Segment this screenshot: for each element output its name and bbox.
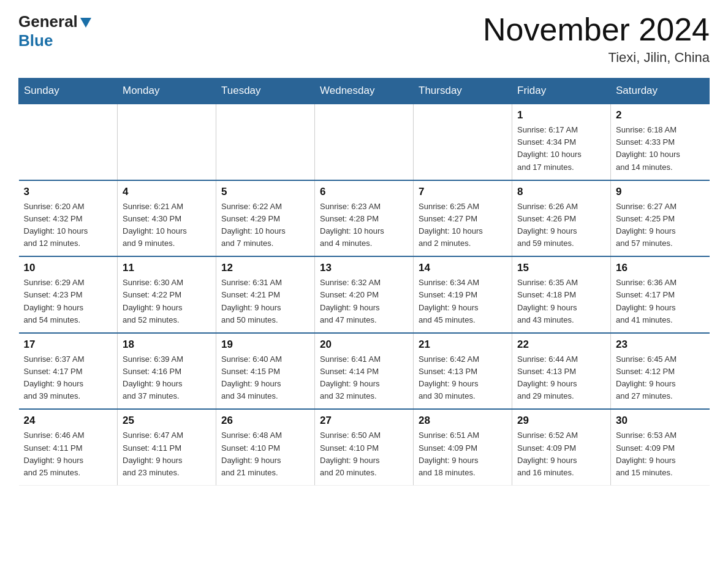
calendar-cell: 9Sunrise: 6:27 AM Sunset: 4:25 PM Daylig…: [611, 180, 710, 257]
day-info: Sunrise: 6:37 AM Sunset: 4:17 PM Dayligh…: [24, 353, 113, 403]
weekday-header-row: SundayMondayTuesdayWednesdayThursdayFrid…: [19, 79, 710, 104]
calendar-cell: 3Sunrise: 6:20 AM Sunset: 4:32 PM Daylig…: [19, 180, 118, 257]
calendar-cell: [118, 104, 216, 180]
day-number: 20: [320, 339, 408, 351]
calendar-cell: 27Sunrise: 6:50 AM Sunset: 4:10 PM Dayli…: [315, 409, 414, 485]
day-info: Sunrise: 6:21 AM Sunset: 4:30 PM Dayligh…: [123, 201, 211, 250]
calendar-cell: 29Sunrise: 6:52 AM Sunset: 4:09 PM Dayli…: [512, 409, 611, 485]
calendar-cell: 14Sunrise: 6:34 AM Sunset: 4:19 PM Dayli…: [414, 256, 512, 333]
day-info: Sunrise: 6:41 AM Sunset: 4:14 PM Dayligh…: [320, 353, 408, 403]
day-number: 27: [320, 415, 408, 427]
day-info: Sunrise: 6:22 AM Sunset: 4:29 PM Dayligh…: [221, 201, 309, 250]
day-number: 2: [616, 109, 705, 121]
day-number: 25: [123, 415, 211, 427]
day-number: 26: [221, 415, 309, 427]
day-number: 9: [616, 186, 705, 198]
day-info: Sunrise: 6:17 AM Sunset: 4:34 PM Dayligh…: [517, 124, 605, 174]
calendar-cell: 30Sunrise: 6:53 AM Sunset: 4:09 PM Dayli…: [611, 409, 710, 485]
location-title: Tiexi, Jilin, China: [483, 50, 710, 66]
calendar-cell: [216, 104, 315, 180]
day-number: 14: [419, 262, 507, 274]
svg-marker-0: [80, 18, 91, 28]
day-info: Sunrise: 6:36 AM Sunset: 4:17 PM Dayligh…: [616, 277, 705, 326]
calendar-cell: 26Sunrise: 6:48 AM Sunset: 4:10 PM Dayli…: [216, 409, 315, 485]
week-row-2: 3Sunrise: 6:20 AM Sunset: 4:32 PM Daylig…: [19, 180, 710, 257]
day-info: Sunrise: 6:31 AM Sunset: 4:21 PM Dayligh…: [221, 277, 309, 326]
day-number: 15: [517, 262, 605, 274]
day-number: 7: [419, 186, 507, 198]
week-row-5: 24Sunrise: 6:46 AM Sunset: 4:11 PM Dayli…: [19, 409, 710, 485]
calendar-cell: 17Sunrise: 6:37 AM Sunset: 4:17 PM Dayli…: [19, 333, 118, 410]
day-info: Sunrise: 6:53 AM Sunset: 4:09 PM Dayligh…: [616, 429, 705, 479]
day-number: 17: [24, 339, 113, 351]
calendar-cell: 19Sunrise: 6:40 AM Sunset: 4:15 PM Dayli…: [216, 333, 315, 410]
calendar-cell: 25Sunrise: 6:47 AM Sunset: 4:11 PM Dayli…: [118, 409, 216, 485]
day-info: Sunrise: 6:35 AM Sunset: 4:18 PM Dayligh…: [517, 277, 605, 326]
day-number: 16: [616, 262, 705, 274]
calendar-cell: 15Sunrise: 6:35 AM Sunset: 4:18 PM Dayli…: [512, 256, 611, 333]
day-info: Sunrise: 6:26 AM Sunset: 4:26 PM Dayligh…: [517, 201, 605, 250]
day-info: Sunrise: 6:45 AM Sunset: 4:12 PM Dayligh…: [616, 353, 705, 403]
day-info: Sunrise: 6:30 AM Sunset: 4:22 PM Dayligh…: [123, 277, 211, 326]
day-info: Sunrise: 6:44 AM Sunset: 4:13 PM Dayligh…: [517, 353, 605, 403]
calendar-cell: [19, 104, 118, 180]
title-area: November 2024 Tiexi, Jilin, China: [483, 12, 710, 66]
day-info: Sunrise: 6:47 AM Sunset: 4:11 PM Dayligh…: [123, 429, 211, 479]
weekday-header-wednesday: Wednesday: [315, 79, 414, 104]
day-number: 6: [320, 186, 408, 198]
calendar-cell: 5Sunrise: 6:22 AM Sunset: 4:29 PM Daylig…: [216, 180, 315, 257]
day-info: Sunrise: 6:51 AM Sunset: 4:09 PM Dayligh…: [419, 429, 507, 479]
calendar-cell: 18Sunrise: 6:39 AM Sunset: 4:16 PM Dayli…: [118, 333, 216, 410]
week-row-1: 1Sunrise: 6:17 AM Sunset: 4:34 PM Daylig…: [19, 104, 710, 180]
logo-blue-text: Blue: [18, 31, 53, 50]
week-row-3: 10Sunrise: 6:29 AM Sunset: 4:23 PM Dayli…: [19, 256, 710, 333]
calendar-cell: 7Sunrise: 6:25 AM Sunset: 4:27 PM Daylig…: [414, 180, 512, 257]
calendar-cell: 6Sunrise: 6:23 AM Sunset: 4:28 PM Daylig…: [315, 180, 414, 257]
calendar-table: SundayMondayTuesdayWednesdayThursdayFrid…: [18, 78, 710, 486]
calendar-cell: 28Sunrise: 6:51 AM Sunset: 4:09 PM Dayli…: [414, 409, 512, 485]
day-number: 12: [221, 262, 309, 274]
calendar-cell: 21Sunrise: 6:42 AM Sunset: 4:13 PM Dayli…: [414, 333, 512, 410]
day-number: 30: [616, 415, 705, 427]
logo-triangle-icon: [80, 18, 91, 28]
day-number: 10: [24, 262, 113, 274]
calendar-cell: 16Sunrise: 6:36 AM Sunset: 4:17 PM Dayli…: [611, 256, 710, 333]
day-info: Sunrise: 6:52 AM Sunset: 4:09 PM Dayligh…: [517, 429, 605, 479]
day-number: 29: [517, 415, 605, 427]
header: General Blue November 2024 Tiexi, Jilin,…: [18, 12, 710, 66]
calendar-cell: 22Sunrise: 6:44 AM Sunset: 4:13 PM Dayli…: [512, 333, 611, 410]
day-info: Sunrise: 6:29 AM Sunset: 4:23 PM Dayligh…: [24, 277, 113, 326]
week-row-4: 17Sunrise: 6:37 AM Sunset: 4:17 PM Dayli…: [19, 333, 710, 410]
day-number: 13: [320, 262, 408, 274]
calendar-cell: 10Sunrise: 6:29 AM Sunset: 4:23 PM Dayli…: [19, 256, 118, 333]
day-number: 21: [419, 339, 507, 351]
day-info: Sunrise: 6:23 AM Sunset: 4:28 PM Dayligh…: [320, 201, 408, 250]
calendar-cell: 13Sunrise: 6:32 AM Sunset: 4:20 PM Dayli…: [315, 256, 414, 333]
day-info: Sunrise: 6:27 AM Sunset: 4:25 PM Dayligh…: [616, 201, 705, 250]
day-info: Sunrise: 6:46 AM Sunset: 4:11 PM Dayligh…: [24, 429, 113, 479]
calendar-cell: 2Sunrise: 6:18 AM Sunset: 4:33 PM Daylig…: [611, 104, 710, 180]
day-info: Sunrise: 6:32 AM Sunset: 4:20 PM Dayligh…: [320, 277, 408, 326]
day-info: Sunrise: 6:42 AM Sunset: 4:13 PM Dayligh…: [419, 353, 507, 403]
day-info: Sunrise: 6:48 AM Sunset: 4:10 PM Dayligh…: [221, 429, 309, 479]
day-number: 19: [221, 339, 309, 351]
day-info: Sunrise: 6:18 AM Sunset: 4:33 PM Dayligh…: [616, 124, 705, 174]
calendar-cell: 4Sunrise: 6:21 AM Sunset: 4:30 PM Daylig…: [118, 180, 216, 257]
day-number: 28: [419, 415, 507, 427]
day-info: Sunrise: 6:25 AM Sunset: 4:27 PM Dayligh…: [419, 201, 507, 250]
day-number: 24: [24, 415, 113, 427]
calendar-cell: 1Sunrise: 6:17 AM Sunset: 4:34 PM Daylig…: [512, 104, 611, 180]
day-number: 11: [123, 262, 211, 274]
weekday-header-thursday: Thursday: [414, 79, 512, 104]
calendar-cell: 8Sunrise: 6:26 AM Sunset: 4:26 PM Daylig…: [512, 180, 611, 257]
day-number: 3: [24, 186, 113, 198]
logo-general-text: General: [18, 12, 78, 31]
calendar-cell: 24Sunrise: 6:46 AM Sunset: 4:11 PM Dayli…: [19, 409, 118, 485]
logo: General Blue: [18, 12, 91, 50]
day-info: Sunrise: 6:20 AM Sunset: 4:32 PM Dayligh…: [24, 201, 113, 250]
weekday-header-tuesday: Tuesday: [216, 79, 315, 104]
calendar-cell: 12Sunrise: 6:31 AM Sunset: 4:21 PM Dayli…: [216, 256, 315, 333]
calendar-cell: [315, 104, 414, 180]
day-number: 4: [123, 186, 211, 198]
calendar-cell: 11Sunrise: 6:30 AM Sunset: 4:22 PM Dayli…: [118, 256, 216, 333]
